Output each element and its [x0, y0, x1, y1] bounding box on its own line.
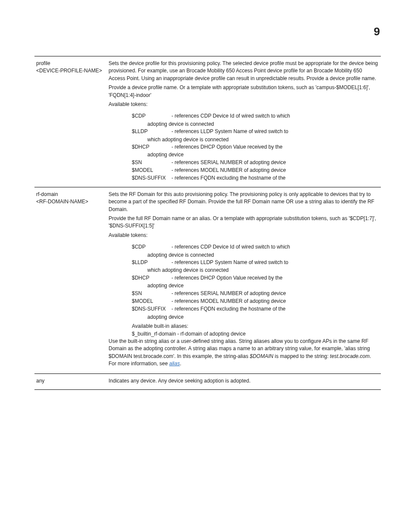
- example-string: test.brocade.com: [330, 353, 370, 359]
- desc-cell: Sets the device profile for this provisi…: [107, 56, 381, 187]
- table-row: profile <DEVICE-PROFILE-NAME> Sets the d…: [34, 56, 381, 187]
- token-name: $SN: [132, 290, 171, 297]
- desc-cell: Sets the RF Domain for this auto provisi…: [107, 187, 381, 374]
- token-cont: adopting device is connected: [147, 252, 379, 259]
- token-name: $MODEL: [132, 298, 171, 305]
- tokens-block: $CDP - references CDP Device Id of wired…: [132, 112, 379, 182]
- token-name: $CDP: [132, 112, 171, 120]
- token-name: $LLDP: [132, 128, 171, 135]
- token-row: $DHCP - references DHCP Option Value rec…: [132, 143, 379, 151]
- aliases-line: $_builtin_rf-domain - rf-domain of adopt…: [132, 330, 379, 338]
- token-desc: - references SERIAL NUMBER of adopting d…: [171, 159, 379, 166]
- text: .: [180, 361, 181, 367]
- token-name: $DHCP: [132, 143, 171, 151]
- token-row: $MODEL - references MODEL NUMBER of adop…: [132, 298, 379, 305]
- token-row: $DHCP - references DHCP Option Value rec…: [132, 274, 379, 282]
- token-row: $SN - references SERIAL NUMBER of adopti…: [132, 159, 379, 166]
- tokens-block: $CDP - references CDP Device Id of wired…: [132, 243, 379, 321]
- table-row: any Indicates any device. Any device see…: [34, 374, 381, 389]
- param-cell: any: [34, 374, 107, 389]
- token-desc: - references FQDN excluding the hostname…: [171, 174, 379, 182]
- token-row: $DNS-SUFFIX - references FQDN excluding …: [132, 305, 379, 313]
- text: is mapped to the string:: [273, 353, 330, 359]
- token-desc: - references LLDP System Name of wired s…: [171, 259, 379, 266]
- token-desc: - references DHCP Option Value received …: [171, 274, 379, 282]
- token-cont: adopting device is connected: [147, 121, 379, 128]
- token-desc: - references DHCP Option Value received …: [171, 143, 379, 151]
- token-row: $DNS-SUFFIX - references FQDN excluding …: [132, 174, 379, 182]
- paragraph: Sets the device profile for this provisi…: [109, 60, 379, 82]
- token-cont: which adopting device is connected: [147, 267, 379, 274]
- token-cont: which adopting device is connected: [147, 136, 379, 143]
- token-desc: - references LLDP System Name of wired s…: [171, 128, 379, 135]
- token-desc: - references SERIAL NUMBER of adopting d…: [171, 290, 379, 297]
- token-row: $LLDP - references LLDP System Name of w…: [132, 259, 379, 266]
- paragraph: Available tokens:: [109, 101, 379, 108]
- token-name: $LLDP: [132, 259, 171, 266]
- param-name: any: [36, 378, 44, 384]
- page: 9 profile <DEVICE-PROFILE-NAME> Sets the…: [0, 0, 411, 532]
- page-number: 9: [374, 25, 380, 38]
- paragraph: Provide the full RF Domain name or an al…: [109, 215, 379, 230]
- param-placeholder: <RF-DOMAIN-NAME>: [36, 199, 88, 205]
- variable-name: $DOMAIN: [250, 353, 274, 359]
- aliases-block: Available built-in aliases: $_builtin_rf…: [132, 323, 379, 338]
- token-desc: - references FQDN excluding the hostname…: [171, 305, 379, 313]
- aliases-header: Available built-in aliases:: [132, 323, 379, 330]
- param-placeholder: <DEVICE-PROFILE-NAME>: [36, 68, 102, 74]
- token-desc: - references MODEL NUMBER of adopting de…: [171, 298, 379, 305]
- paragraph: Provide a device profile name. Or a temp…: [109, 84, 379, 99]
- token-row: $CDP - references CDP Device Id of wired…: [132, 112, 379, 120]
- token-name: $MODEL: [132, 167, 171, 174]
- token-cont: adopting device: [147, 282, 379, 289]
- token-row: $CDP - references CDP Device Id of wired…: [132, 243, 379, 251]
- param-cell: rf-domain <RF-DOMAIN-NAME>: [34, 187, 107, 374]
- parameter-table: profile <DEVICE-PROFILE-NAME> Sets the d…: [34, 56, 381, 390]
- token-name: $DHCP: [132, 274, 171, 282]
- token-desc: - references MODEL NUMBER of adopting de…: [171, 167, 379, 174]
- token-desc: - references CDP Device Id of wired swit…: [171, 112, 379, 120]
- token-name: $CDP: [132, 243, 171, 251]
- paragraph: Use the built-in string alias or a user-…: [109, 338, 379, 368]
- param-name: profile: [36, 60, 50, 66]
- desc-cell: Indicates any device. Any device seeking…: [107, 374, 381, 389]
- param-cell: profile <DEVICE-PROFILE-NAME>: [34, 56, 107, 187]
- token-cont: adopting device: [147, 314, 379, 321]
- paragraph: Sets the RF Domain for this auto provisi…: [109, 191, 379, 213]
- table-row: rf-domain <RF-DOMAIN-NAME> Sets the RF D…: [34, 187, 381, 374]
- token-row: $LLDP - references LLDP System Name of w…: [132, 128, 379, 135]
- alias-link[interactable]: alias: [169, 361, 180, 367]
- param-name: rf-domain: [36, 191, 58, 197]
- token-cont: adopting device: [147, 151, 379, 159]
- token-name: $DNS-SUFFIX: [132, 305, 171, 313]
- paragraph: Available tokens:: [109, 232, 379, 239]
- token-name: $SN: [132, 159, 171, 166]
- paragraph: Indicates any device. Any device seeking…: [109, 378, 251, 384]
- token-desc: - references CDP Device Id of wired swit…: [171, 243, 379, 251]
- token-row: $MODEL - references MODEL NUMBER of adop…: [132, 167, 379, 174]
- token-row: $SN - references SERIAL NUMBER of adopti…: [132, 290, 379, 297]
- token-name: $DNS-SUFFIX: [132, 174, 171, 182]
